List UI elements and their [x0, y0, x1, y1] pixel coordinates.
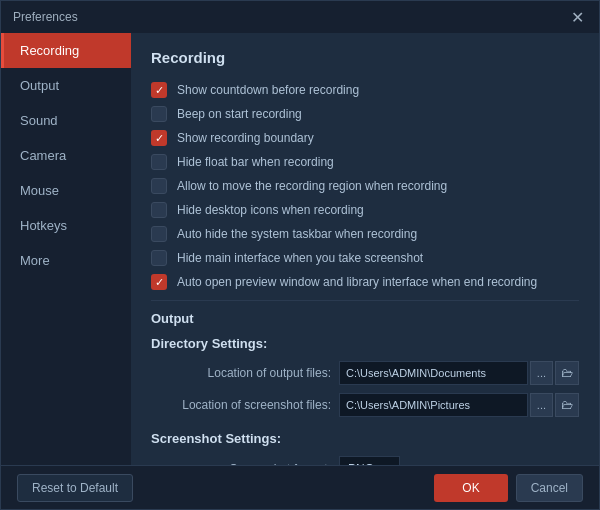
- checkbox-move-region-icon[interactable]: [151, 178, 167, 194]
- checkbox-boundary-label: Show recording boundary: [177, 131, 314, 145]
- checkbox-desktop-icons[interactable]: Hide desktop icons when recording: [151, 202, 579, 218]
- checkbox-move-region-label: Allow to move the recording region when …: [177, 179, 447, 193]
- output-files-label: Location of output files:: [151, 366, 331, 380]
- checkbox-move-region[interactable]: Allow to move the recording region when …: [151, 178, 579, 194]
- screenshot-files-label: Location of screenshot files:: [151, 398, 331, 412]
- checkbox-float-bar-label: Hide float bar when recording: [177, 155, 334, 169]
- content-area: Recording ✓ Show countdown before record…: [131, 33, 599, 465]
- format-select[interactable]: PNG JPG BMP GIF TIFF: [339, 456, 400, 465]
- checkbox-desktop-icons-label: Hide desktop icons when recording: [177, 203, 364, 217]
- output-files-dots-button[interactable]: ...: [530, 361, 553, 385]
- recording-section-title: Recording: [151, 49, 579, 70]
- output-files-row: Location of output files: ... 🗁: [151, 361, 579, 385]
- checkbox-auto-preview[interactable]: ✓ Auto open preview window and library i…: [151, 274, 579, 290]
- sidebar: Recording Output Sound Camera Mouse Hotk…: [1, 33, 131, 465]
- sidebar-item-more[interactable]: More: [1, 243, 131, 278]
- checkbox-beep-icon[interactable]: [151, 106, 167, 122]
- sidebar-item-mouse[interactable]: Mouse: [1, 173, 131, 208]
- output-section: Output Directory Settings: Location of o…: [151, 311, 579, 465]
- sidebar-item-camera[interactable]: Camera: [1, 138, 131, 173]
- checkbox-desktop-icons-icon[interactable]: [151, 202, 167, 218]
- footer-right-buttons: OK Cancel: [434, 474, 583, 502]
- checkbox-taskbar-label: Auto hide the system taskbar when record…: [177, 227, 417, 241]
- format-select-wrapper: PNG JPG BMP GIF TIFF: [339, 456, 579, 465]
- checkbox-countdown-label: Show countdown before recording: [177, 83, 359, 97]
- main-content: Recording Output Sound Camera Mouse Hotk…: [1, 33, 599, 465]
- checkbox-hide-main-label: Hide main interface when you take screen…: [177, 251, 423, 265]
- checkbox-beep[interactable]: Beep on start recording: [151, 106, 579, 122]
- screenshot-settings-title: Screenshot Settings:: [151, 431, 579, 446]
- checkbox-hide-main-icon[interactable]: [151, 250, 167, 266]
- output-section-title: Output: [151, 311, 579, 326]
- reset-button[interactable]: Reset to Default: [17, 474, 133, 502]
- sidebar-item-hotkeys[interactable]: Hotkeys: [1, 208, 131, 243]
- format-row: Screenshot format: PNG JPG BMP GIF TIFF: [151, 456, 579, 465]
- checkbox-taskbar[interactable]: Auto hide the system taskbar when record…: [151, 226, 579, 242]
- screenshot-files-row: Location of screenshot files: ... 🗁: [151, 393, 579, 417]
- preferences-dialog: Preferences ✕ Recording Output Sound Cam…: [0, 0, 600, 510]
- output-files-folder-button[interactable]: 🗁: [555, 361, 579, 385]
- screenshot-files-folder-button[interactable]: 🗁: [555, 393, 579, 417]
- dialog-title: Preferences: [13, 10, 78, 24]
- sidebar-item-output[interactable]: Output: [1, 68, 131, 103]
- title-bar: Preferences ✕: [1, 1, 599, 33]
- directory-settings-title: Directory Settings:: [151, 336, 579, 351]
- checkbox-float-bar-icon[interactable]: [151, 154, 167, 170]
- checkbox-countdown[interactable]: ✓ Show countdown before recording: [151, 82, 579, 98]
- cancel-button[interactable]: Cancel: [516, 474, 583, 502]
- checkbox-auto-preview-label: Auto open preview window and library int…: [177, 275, 537, 289]
- sidebar-item-recording[interactable]: Recording: [1, 33, 131, 68]
- checkbox-boundary[interactable]: ✓ Show recording boundary: [151, 130, 579, 146]
- close-button[interactable]: ✕: [567, 7, 587, 27]
- screenshot-files-input[interactable]: [339, 393, 528, 417]
- screenshot-files-dots-button[interactable]: ...: [530, 393, 553, 417]
- checkbox-countdown-icon[interactable]: ✓: [151, 82, 167, 98]
- output-files-input[interactable]: [339, 361, 528, 385]
- sidebar-item-sound[interactable]: Sound: [1, 103, 131, 138]
- footer: Reset to Default OK Cancel: [1, 465, 599, 509]
- checkbox-boundary-icon[interactable]: ✓: [151, 130, 167, 146]
- ok-button[interactable]: OK: [434, 474, 507, 502]
- checkbox-taskbar-icon[interactable]: [151, 226, 167, 242]
- section-divider: [151, 300, 579, 301]
- checkbox-beep-label: Beep on start recording: [177, 107, 302, 121]
- checkbox-float-bar[interactable]: Hide float bar when recording: [151, 154, 579, 170]
- checkbox-auto-preview-icon[interactable]: ✓: [151, 274, 167, 290]
- screenshot-settings: Screenshot Settings: Screenshot format: …: [151, 431, 579, 465]
- checkbox-hide-main[interactable]: Hide main interface when you take screen…: [151, 250, 579, 266]
